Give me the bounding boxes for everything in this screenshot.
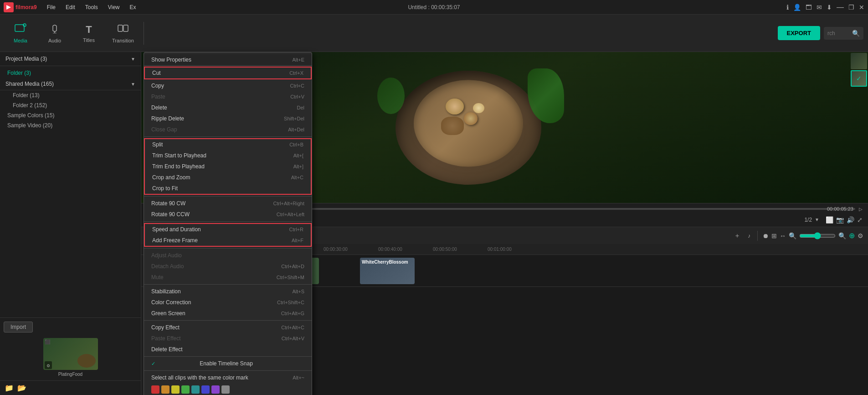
platingfood-thumb[interactable]: ⬛ ⚙ bbox=[43, 338, 98, 370]
ctx-ripple-delete[interactable]: Ripple Delete Shift+Del bbox=[144, 113, 312, 124]
ctx-crop-fit[interactable]: Crop to Fit bbox=[145, 183, 311, 194]
account-icon[interactable]: 👤 bbox=[793, 4, 801, 11]
shared-media-header[interactable]: Shared Media (165) ▼ bbox=[0, 78, 141, 90]
tab-media[interactable]: Media bbox=[5, 17, 36, 50]
color-dot-blue[interactable] bbox=[201, 385, 210, 394]
new-folder-icon[interactable]: 📂 bbox=[17, 384, 26, 392]
ctx-cut[interactable]: Cut Ctrl+X bbox=[145, 68, 311, 78]
window-icon[interactable]: 🗔 bbox=[806, 4, 812, 11]
zoom-slider[interactable] bbox=[799, 232, 836, 239]
menu-tools[interactable]: Tools bbox=[81, 2, 103, 12]
folder-item-152[interactable]: Folder 2 (152) bbox=[0, 100, 141, 110]
ctx-delete-effect[interactable]: Delete Effect bbox=[144, 344, 312, 355]
ctx-paste: Paste Ctrl+V bbox=[144, 91, 312, 102]
folder-item-3[interactable]: Folder (3) bbox=[0, 68, 141, 78]
ctx-color-correction[interactable]: Color Correction Ctrl+Shift+C bbox=[144, 297, 312, 308]
settings-icon[interactable]: ⚙ bbox=[858, 232, 863, 239]
ctx-color-correction-shortcut: Ctrl+Shift+C bbox=[277, 300, 304, 305]
import-button[interactable]: Import bbox=[4, 322, 33, 333]
svg-marker-0 bbox=[6, 5, 11, 10]
snap-icon[interactable]: ⊞ bbox=[771, 232, 777, 239]
minimize-icon[interactable]: — bbox=[837, 3, 844, 11]
tl-right: ＋ ♪ ⏺ ⊞ ↔ 🔍 🔍 ⊕ ⚙ bbox=[732, 230, 863, 241]
folder-item-video[interactable]: Sample Video (20) bbox=[0, 120, 141, 130]
ctx-cut-shortcut: Ctrl+X bbox=[289, 70, 303, 76]
ctx-rotate-cw[interactable]: Rotate 90 CW Ctrl+Alt+Right bbox=[144, 198, 312, 209]
volume-icon[interactable]: 🔊 bbox=[847, 216, 854, 223]
download-icon[interactable]: ⬇ bbox=[827, 4, 832, 11]
color-dot-orange[interactable] bbox=[161, 385, 169, 394]
add-folder-icon[interactable]: 📁 bbox=[5, 384, 14, 392]
color-dot-yellow[interactable] bbox=[171, 385, 180, 394]
fullscreen-icon[interactable]: ⤢ bbox=[857, 216, 863, 223]
context-menu: Show Properties Alt+E Cut Ctrl+X Copy Ct… bbox=[144, 52, 312, 395]
ctx-detach-audio-shortcut: Ctrl+Alt+D bbox=[281, 264, 304, 269]
ctx-enable-snap[interactable]: ✓ Enable Timeline Snap bbox=[144, 358, 312, 369]
ctx-detach-audio-label: Detach Audio bbox=[151, 263, 184, 270]
close-icon[interactable]: ✕ bbox=[859, 4, 864, 11]
color-dot-purple[interactable] bbox=[211, 385, 220, 394]
search-input[interactable] bbox=[827, 30, 850, 36]
menu-ex[interactable]: Ex bbox=[125, 2, 141, 12]
ctx-color-correction-label: Color Correction bbox=[151, 299, 191, 306]
ctx-close-gap: Close Gap Alt+Del bbox=[144, 124, 312, 135]
project-media-header[interactable]: Project Media (3) ▼ bbox=[0, 52, 141, 66]
ctx-split[interactable]: Split Ctrl+B bbox=[145, 139, 311, 150]
folder-item-13[interactable]: Folder (13) bbox=[0, 90, 141, 100]
ctx-crop-zoom[interactable]: Crop and Zoom Alt+C bbox=[145, 172, 311, 183]
ctx-copy[interactable]: Copy Ctrl+C bbox=[144, 80, 312, 91]
zoom-in-icon[interactable]: 🔍 bbox=[838, 232, 846, 239]
ctx-copy-effect[interactable]: Copy Effect Ctrl+Alt+C bbox=[144, 322, 312, 333]
color-dot-teal[interactable] bbox=[191, 385, 200, 394]
ctx-select-color[interactable]: Select all clips with the same color mar… bbox=[144, 372, 312, 383]
ctx-delete[interactable]: Delete Del bbox=[144, 102, 312, 113]
top-right-icons: ℹ 👤 🗔 ✉ ⬇ — ❐ ✕ bbox=[786, 3, 864, 11]
side-thumb-2[interactable]: ✓ bbox=[851, 70, 867, 87]
color-dot-gray[interactable] bbox=[221, 385, 230, 394]
message-icon[interactable]: ✉ bbox=[817, 4, 822, 11]
ctx-select-color-shortcut: Alt+~ bbox=[293, 375, 304, 380]
tab-transition[interactable]: Transition bbox=[107, 17, 139, 50]
context-menu-header: Show Properties Alt+E bbox=[144, 54, 312, 66]
color-dot-green[interactable] bbox=[181, 385, 190, 394]
ctx-speed-duration[interactable]: Speed and Duration Ctrl+R bbox=[145, 224, 311, 235]
quality-dropdown-icon[interactable]: ▼ bbox=[815, 217, 819, 222]
controls-right: 1/2 ▼ ⬜ 📷 🔊 ⤢ bbox=[804, 216, 863, 223]
ctx-green-screen[interactable]: Green Screen Ctrl+Alt+G bbox=[144, 308, 312, 319]
ctx-copy-shortcut: Ctrl+C bbox=[290, 83, 304, 88]
menu-file[interactable]: File bbox=[42, 2, 60, 12]
search-icon[interactable]: 🔍 bbox=[852, 30, 860, 37]
ctx-adjust-audio: Adjust Audio bbox=[144, 250, 312, 261]
clip-whitecherryblossom[interactable]: WhiteCherryBlossom bbox=[360, 258, 415, 284]
color-dot-red[interactable] bbox=[151, 385, 159, 394]
ctx-trim-end[interactable]: Trim End to Playhead Alt+] bbox=[145, 161, 311, 172]
menu-edit[interactable]: Edit bbox=[61, 2, 80, 12]
motion-icon[interactable]: ↔ bbox=[780, 232, 786, 239]
ctx-add-freeze[interactable]: Add Freeze Frame Alt+F bbox=[145, 235, 311, 246]
ctx-enable-snap-label: Enable Timeline Snap bbox=[200, 360, 253, 367]
maximize-icon[interactable]: ❐ bbox=[848, 4, 854, 11]
tab-audio[interactable]: Audio bbox=[39, 17, 71, 50]
screenshot-icon[interactable]: 📷 bbox=[836, 216, 844, 223]
info-icon[interactable]: ℹ bbox=[786, 4, 789, 11]
menu-view[interactable]: View bbox=[103, 2, 124, 12]
fit-screen-icon[interactable]: ⬜ bbox=[826, 216, 833, 223]
zoom-out-icon[interactable]: 🔍 bbox=[789, 232, 796, 239]
ctx-paste-effect-label: Paste Effect bbox=[151, 335, 180, 342]
ctx-crop-fit-label: Crop to Fit bbox=[152, 185, 178, 192]
zoom-plus-icon[interactable]: ⊕ bbox=[849, 231, 855, 240]
add-video-track-button[interactable]: ＋ bbox=[732, 230, 743, 241]
ctx-add-freeze-label: Add Freeze Frame bbox=[152, 237, 198, 244]
ctx-rotate-ccw[interactable]: Rotate 90 CCW Ctrl+Alt+Left bbox=[144, 209, 312, 220]
side-thumb-1[interactable] bbox=[851, 53, 867, 69]
record-icon[interactable]: ⏺ bbox=[762, 232, 769, 239]
tab-titles[interactable]: T Titles bbox=[73, 17, 105, 50]
ctx-delete-shortcut: Del bbox=[297, 105, 304, 110]
add-audio-track-button[interactable]: ♪ bbox=[745, 231, 753, 240]
export-button[interactable]: EXPORT bbox=[778, 26, 820, 40]
ctx-stabilization[interactable]: Stabilization Alt+S bbox=[144, 286, 312, 297]
ruler-marks: 00:00:30:00 00:00:40:00 00:00:50:00 00:0… bbox=[324, 247, 542, 252]
ctx-header-shortcut: Alt+E bbox=[292, 57, 304, 62]
folder-item-colors[interactable]: Sample Colors (15) bbox=[0, 110, 141, 120]
ctx-trim-start[interactable]: Trim Start to Playhead Alt+[ bbox=[145, 150, 311, 161]
